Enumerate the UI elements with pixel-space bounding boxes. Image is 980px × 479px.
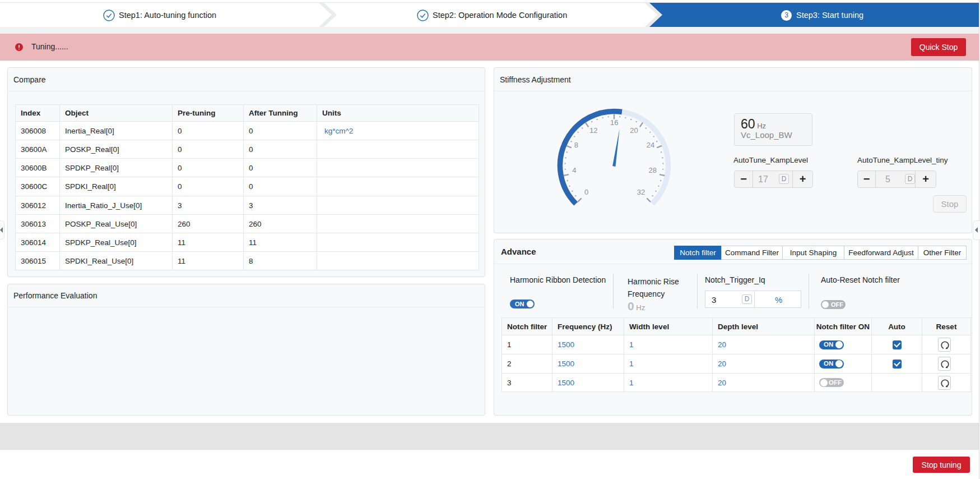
svg-text:32: 32 [637, 188, 645, 196]
svg-text:16: 16 [610, 118, 618, 127]
svg-text:24: 24 [647, 141, 654, 149]
svg-text:20: 20 [630, 126, 638, 135]
svg-text:12: 12 [589, 126, 597, 135]
svg-text:8: 8 [574, 141, 578, 149]
svg-text:28: 28 [649, 166, 657, 174]
svg-text:0: 0 [584, 188, 588, 196]
svg-text:4: 4 [572, 166, 576, 174]
